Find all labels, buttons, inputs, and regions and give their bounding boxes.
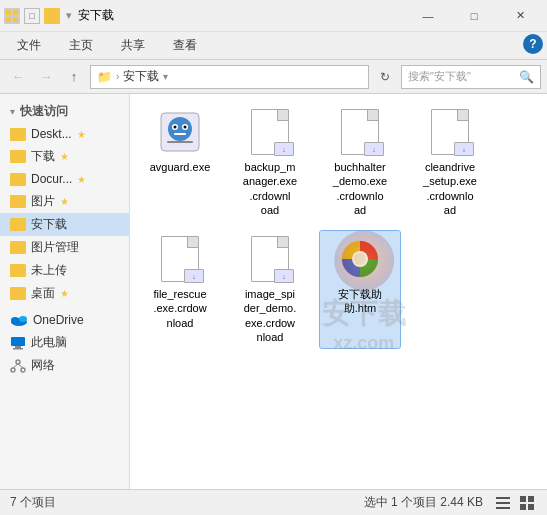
sidebar-item-pictures[interactable]: 图片 ★ (0, 190, 129, 213)
svg-rect-28 (496, 507, 510, 509)
crdownload-badge: ↓ (364, 142, 384, 156)
sidebar-item-network[interactable]: 网络 (0, 354, 129, 377)
close-button[interactable]: ✕ (497, 0, 543, 32)
sidebar-item-andown[interactable]: 安下载 (0, 213, 129, 236)
folder-icon (10, 128, 26, 141)
minimize-button[interactable]: — (405, 0, 451, 32)
new-icon: □ (24, 8, 40, 24)
crdownload-badge: ↓ (454, 142, 474, 156)
file-item-image-spider[interactable]: ↓ image_spider_demo.exe.crdownload (230, 231, 310, 348)
path-folder: 安下载 (123, 68, 159, 85)
svg-rect-26 (496, 497, 510, 499)
svg-point-10 (16, 360, 20, 364)
svg-point-16 (168, 117, 192, 141)
maximize-button[interactable]: □ (451, 0, 497, 32)
svg-rect-21 (174, 133, 186, 135)
status-item-count: 7 个项目 (10, 494, 364, 511)
pc-label: 此电脑 (31, 334, 67, 351)
svg-line-13 (13, 364, 18, 368)
network-icon (10, 359, 26, 373)
svg-rect-3 (13, 17, 18, 22)
pin-star: ★ (60, 196, 69, 207)
ribbon-tabs: 文件 主页 共享 查看 ? (0, 32, 547, 59)
sidebar-label: 桌面 (31, 285, 55, 302)
file-name: backup_manager.exe.crdownload (243, 160, 297, 217)
title-bar-icons: □ ▾ (4, 8, 74, 24)
sidebar-label: Docur... (31, 172, 72, 186)
file-item-avguard[interactable]: avguard.exe (140, 104, 220, 221)
svg-rect-7 (11, 337, 25, 346)
file-icon-cleandrive: ↓ (426, 108, 474, 156)
help-icon[interactable]: ? (523, 34, 543, 54)
sidebar-label: 安下载 (31, 216, 67, 233)
sidebar-item-documents[interactable]: Docur... ★ (0, 168, 129, 190)
svg-point-5 (11, 317, 19, 323)
file-name: cleandrive_setup.exe.crdownload (423, 160, 477, 217)
sidebar-label: Deskt... (31, 127, 72, 141)
back-button[interactable]: ← (6, 65, 30, 89)
search-icon[interactable]: 🔍 (519, 70, 534, 84)
tab-view[interactable]: 查看 (160, 32, 210, 59)
address-path[interactable]: 📁 › 安下载 ▾ (90, 65, 369, 89)
svg-rect-27 (496, 502, 510, 504)
pin-star: ★ (77, 174, 86, 185)
folder-icon (10, 173, 26, 186)
tab-share[interactable]: 共享 (108, 32, 158, 59)
file-icon-file-rescue: ↓ (156, 235, 204, 283)
path-dropdown[interactable]: ▾ (163, 71, 168, 82)
file-icon-avguard (156, 108, 204, 156)
exe-icon (157, 109, 203, 155)
sidebar-label: 图片 (31, 193, 55, 210)
file-item-file-rescue[interactable]: ↓ file_rescue.exe.crdownload (140, 231, 220, 348)
tab-home[interactable]: 主页 (56, 32, 106, 59)
svg-point-25 (354, 253, 366, 265)
quick-access-label: 快速访问 (20, 103, 68, 120)
tab-file[interactable]: 文件 (4, 32, 54, 59)
svg-rect-1 (13, 10, 18, 15)
svg-point-19 (174, 126, 177, 129)
crdownload-badge: ↓ (274, 142, 294, 156)
dropdown-arrow: ▾ (66, 9, 72, 22)
sidebar-item-onedrive[interactable]: OneDrive (0, 309, 129, 331)
pin-star: ★ (60, 288, 69, 299)
sidebar: ▾ 快速访问 Deskt... ★ 下载 ★ Docur... ★ 图片 (0, 94, 130, 489)
file-name: image_spider_demo.exe.crdownload (244, 287, 297, 344)
svg-rect-8 (15, 346, 21, 348)
file-item-buchhalter[interactable]: ↓ buchhalter_demo.exe.crdownload (320, 104, 400, 221)
sidebar-item-desktop[interactable]: Deskt... ★ (0, 123, 129, 145)
forward-button[interactable]: → (34, 65, 58, 89)
sidebar-item-thispc[interactable]: 此电脑 (0, 331, 129, 354)
path-root: 📁 (97, 70, 112, 84)
sidebar-item-picmanager[interactable]: 图片管理 (0, 236, 129, 259)
status-view-controls (493, 493, 537, 513)
file-icon-backup: ↓ (246, 108, 294, 156)
folder-icon (10, 264, 26, 277)
file-icon-buchhalter: ↓ (336, 108, 384, 156)
window-title: 安下载 (74, 7, 405, 24)
path-separator: › (116, 71, 119, 82)
refresh-button[interactable]: ↻ (373, 65, 397, 89)
status-bar: 7 个项目 选中 1 个项目 2.44 KB (0, 489, 547, 515)
main-area: ▾ 快速访问 Deskt... ★ 下载 ★ Docur... ★ 图片 (0, 94, 547, 489)
file-name: avguard.exe (150, 160, 211, 174)
view-details-button[interactable] (493, 493, 513, 513)
file-name: file_rescue.exe.crdownload (153, 287, 206, 330)
file-item-htm[interactable]: 安下载助助.htm (320, 231, 400, 348)
htm-icon-svg (337, 236, 383, 282)
pin-star: ★ (60, 151, 69, 162)
file-item-cleandrive[interactable]: ↓ cleandrive_setup.exe.crdownload (410, 104, 490, 221)
status-selected-info: 选中 1 个项目 2.44 KB (364, 494, 483, 511)
onedrive-label: OneDrive (33, 313, 84, 327)
search-box[interactable]: 搜索"安下载" 🔍 (401, 65, 541, 89)
address-bar: ← → ↑ 📁 › 安下载 ▾ ↻ 搜索"安下载" 🔍 (0, 60, 547, 94)
folder-icon (10, 287, 26, 300)
sidebar-item-desktop2[interactable]: 桌面 ★ (0, 282, 129, 305)
onedrive-icon (10, 314, 28, 326)
sidebar-item-not-uploaded[interactable]: 未上传 (0, 259, 129, 282)
up-button[interactable]: ↑ (62, 65, 86, 89)
file-item-backup[interactable]: ↓ backup_manager.exe.crdownload (230, 104, 310, 221)
svg-rect-31 (520, 504, 526, 510)
quick-access-section: ▾ 快速访问 Deskt... ★ 下载 ★ Docur... ★ 图片 (0, 100, 129, 305)
sidebar-item-download[interactable]: 下载 ★ (0, 145, 129, 168)
view-icons-button[interactable] (517, 493, 537, 513)
